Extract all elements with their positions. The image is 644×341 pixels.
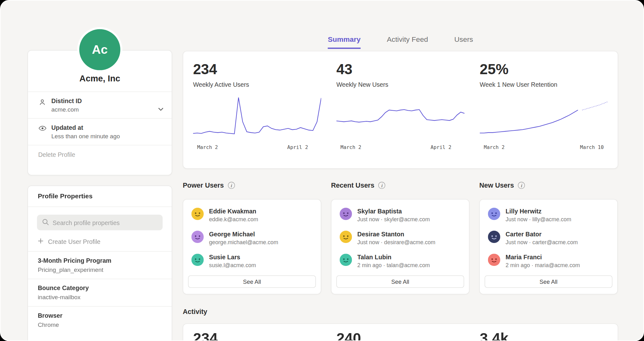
user-subtext: eddie.k@acme.com	[209, 216, 258, 223]
section-title: Power Users	[183, 181, 224, 189]
field-value: acme.com	[51, 106, 162, 113]
user-subtext: Just now · skyler@acme.com	[357, 216, 430, 223]
company-name: Acme, Inc	[28, 74, 172, 83]
user-subtext: Just now · lilly@acme.com	[506, 216, 571, 223]
user-avatar	[340, 231, 352, 243]
stat-week1-retention: 25% Week 1 New User Retention March 2 Ma…	[480, 61, 608, 168]
user-name: Eddie Kwakman	[209, 208, 258, 215]
create-user-profile-button[interactable]: Create User Profile	[28, 235, 172, 251]
x-tick: March 2	[484, 145, 505, 150]
main-tabs: Summary Activity Feed Users	[183, 35, 618, 49]
user-subtext: Just now · desirare@acme.com	[357, 239, 435, 245]
user-name: Carter Bator	[506, 231, 578, 238]
stat-label: Week 1 New User Retention	[480, 81, 608, 88]
info-icon[interactable]: i	[379, 182, 386, 189]
field-label: Updated at	[51, 124, 162, 131]
section-heading: Power Users i	[183, 181, 321, 189]
user-row[interactable]: Desirae Stanton Just now · desirare@acme…	[331, 226, 469, 249]
property-label: Browser	[38, 312, 162, 319]
user-avatar	[340, 208, 352, 220]
user-avatar	[488, 254, 500, 266]
person-icon	[39, 98, 46, 107]
tab-users[interactable]: Users	[454, 35, 473, 49]
company-avatar: Ac	[79, 29, 120, 70]
tab-activity-feed[interactable]: Activity Feed	[387, 35, 428, 49]
user-row[interactable]: Talan Lubin 2 min ago · talan@acme.com	[331, 249, 469, 272]
stat-label: Weekly New Users	[336, 81, 465, 88]
property-label: 3-Month Pricing Program	[38, 257, 162, 264]
user-list-card: Eddie Kwakman eddie.k@acme.com George Mi…	[183, 199, 321, 294]
user-subtext: 2 min ago · talan@acme.com	[357, 262, 430, 269]
chart-x-axis: March 2 April 2	[193, 145, 321, 150]
user-list-card: Lilly Herwitz Just now · lilly@acme.com …	[479, 199, 618, 294]
recent-users-section: Recent Users i Skylar Baptista Just now …	[331, 181, 469, 189]
x-tick: April 2	[430, 145, 451, 150]
new-users-section: New Users i Lilly Herwitz Just now · lil…	[479, 181, 618, 189]
weekly-new-users-chart	[336, 94, 465, 140]
activity-stat: 234	[193, 330, 321, 341]
stat-value: 25%	[480, 61, 608, 78]
see-all-button[interactable]: See All	[485, 275, 612, 288]
see-all-button[interactable]: See All	[336, 275, 464, 288]
field-label: Distinct ID	[51, 97, 162, 104]
profile-properties-search[interactable]	[37, 215, 163, 230]
property-row[interactable]: Bounce Category inactive-mailbox	[28, 279, 172, 306]
chart-x-axis: March 2 March 10	[480, 145, 608, 150]
user-subtext: george.michael@acme.com	[209, 239, 278, 245]
property-value: Pricing_plan_experiment	[38, 267, 162, 273]
activity-section-title: Activity	[183, 308, 207, 316]
create-user-profile-label: Create User Profile	[48, 238, 101, 245]
user-name: Lilly Herwitz	[506, 208, 571, 215]
x-tick: March 2	[197, 145, 218, 150]
activity-value: 240	[336, 330, 465, 341]
section-title: New Users	[479, 181, 514, 189]
chevron-down-icon[interactable]	[158, 105, 164, 113]
user-avatar	[192, 254, 204, 266]
info-icon[interactable]: i	[228, 182, 235, 189]
user-avatar	[488, 208, 500, 220]
plus-icon	[38, 238, 43, 245]
app-window: Ac Acme, Inc Distinct ID acme.com Update…	[0, 0, 644, 341]
user-row[interactable]: Maria Franci 2 min ago · maria@acme.com	[480, 249, 618, 272]
search-icon	[42, 218, 49, 227]
x-tick: March 2	[341, 145, 361, 150]
user-list-card: Skylar Baptista Just now · skyler@acme.c…	[331, 199, 469, 294]
x-tick: April 2	[287, 145, 308, 150]
chart-x-axis: March 2 April 2	[336, 145, 465, 150]
user-row[interactable]: Lilly Herwitz Just now · lilly@acme.com	[480, 200, 618, 226]
stat-weekly-new-users: 43 Weekly New Users March 2 April 2	[336, 61, 465, 168]
summary-stats-card: 234 Weekly Active Users March 2 April 2 …	[183, 51, 618, 169]
property-row[interactable]: 3-Month Pricing Program Pricing_plan_exp…	[28, 252, 172, 279]
user-avatar	[192, 208, 204, 220]
delete-profile-button[interactable]: Delete Profile	[28, 145, 172, 164]
user-row[interactable]: Susie Lars susie.l@acme.com	[183, 249, 321, 272]
field-value: Less than one minute ago	[51, 133, 162, 140]
user-row[interactable]: Eddie Kwakman eddie.k@acme.com	[183, 200, 321, 226]
field-updated-at: Updated at Less than one minute ago	[28, 118, 172, 145]
see-all-button[interactable]: See All	[188, 275, 316, 288]
property-row[interactable]: Browser Chrome	[28, 307, 172, 334]
search-input[interactable]	[53, 219, 158, 226]
user-subtext: susie.l@acme.com	[209, 262, 256, 269]
activity-stat: 240	[336, 330, 465, 341]
user-avatar	[192, 231, 204, 243]
user-row[interactable]: Carter Bator Just now · carter@acme.com	[480, 226, 618, 249]
activity-value: 3.4k	[480, 330, 608, 341]
user-name: George Michael	[209, 231, 278, 238]
stat-value: 234	[193, 61, 321, 78]
tab-summary[interactable]: Summary	[328, 35, 361, 49]
user-row[interactable]: George Michael george.michael@acme.com	[183, 226, 321, 249]
x-tick: March 10	[580, 145, 604, 150]
week1-retention-chart	[480, 94, 608, 140]
profile-properties-title: Profile Properties	[28, 186, 172, 206]
info-icon[interactable]: i	[518, 182, 525, 189]
stat-value: 43	[336, 61, 465, 78]
user-avatar	[488, 231, 500, 243]
user-name: Talan Lubin	[357, 254, 430, 261]
user-avatar	[340, 254, 352, 266]
stat-weekly-active-users: 234 Weekly Active Users March 2 April 2	[193, 61, 321, 168]
section-title: Recent Users	[331, 181, 375, 189]
user-row[interactable]: Skylar Baptista Just now · skyler@acme.c…	[331, 200, 469, 226]
activity-stat: 3.4k	[480, 330, 608, 341]
company-avatar-initials: Ac	[92, 43, 108, 57]
